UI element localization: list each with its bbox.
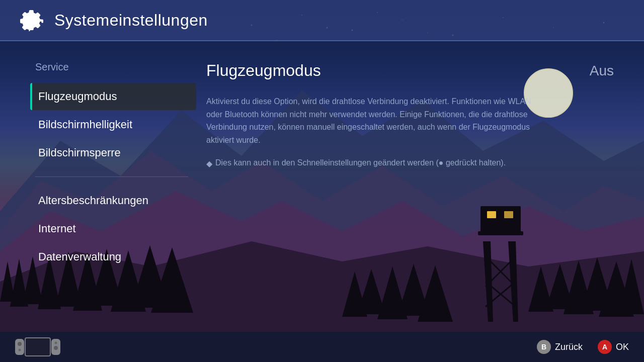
console-icon <box>15 337 60 357</box>
sidebar-item-altersbeschraenkungen[interactable]: Altersbeschränkungen <box>30 187 196 214</box>
footer-back-button[interactable]: B Zurück <box>537 340 583 354</box>
setting-title: Flugzeugmodus <box>206 61 321 80</box>
sidebar-item-label: Bildschirmhelligkeit <box>38 118 132 131</box>
footer-ok-button[interactable]: A OK <box>598 340 629 354</box>
back-label: Zurück <box>555 342 583 352</box>
svg-point-55 <box>55 342 57 344</box>
sidebar-item-internet[interactable]: Internet <box>30 215 196 242</box>
gear-icon <box>20 8 44 32</box>
sidebar-item-bildschirmsperre[interactable]: Bildschirmsperre <box>30 139 196 166</box>
page-title: Systemeinstellungen <box>54 11 208 30</box>
setting-description: Aktivierst du diese Option, wird die dra… <box>206 95 548 146</box>
setting-header: Flugzeugmodus Aus <box>206 61 614 80</box>
sidebar-item-label: Bildschirmsperre <box>38 146 121 159</box>
footer: B Zurück A OK <box>0 332 644 362</box>
section-label: Service <box>30 61 196 73</box>
header: Systemeinstellungen <box>0 0 644 41</box>
menu-divider <box>35 176 188 177</box>
sidebar-item-label: Altersbeschränkungen <box>38 194 148 207</box>
sidebar-item-label: Internet <box>38 222 76 235</box>
sidebar-item-label: Datenverwaltung <box>38 250 121 263</box>
left-panel: Service Flugzeugmodus Bildschirmhelligke… <box>0 41 196 332</box>
svg-point-54 <box>54 346 58 350</box>
diamond-icon: ◆ <box>206 157 212 170</box>
main-content: Service Flugzeugmodus Bildschirmhelligke… <box>0 41 644 332</box>
svg-rect-49 <box>15 339 24 355</box>
setting-value: Aus <box>590 63 614 79</box>
footer-buttons: B Zurück A OK <box>537 340 629 354</box>
sidebar-item-datenverwaltung[interactable]: Datenverwaltung <box>30 243 196 270</box>
svg-point-51 <box>19 349 21 351</box>
b-button: B <box>537 340 551 354</box>
svg-point-50 <box>18 342 22 346</box>
setting-note: ◆ Dies kann auch in den Schnelleinstellu… <box>206 156 614 170</box>
a-button: A <box>598 340 612 354</box>
right-panel: Flugzeugmodus Aus Aktivierst du diese Op… <box>196 41 644 332</box>
svg-rect-52 <box>25 338 50 356</box>
ok-label: OK <box>616 342 629 352</box>
sidebar-item-label: Flugzeugmodus <box>38 90 117 103</box>
setting-note-text: Dies kann auch in den Schnelleinstellung… <box>215 156 506 169</box>
sidebar-item-flugzeugmodus[interactable]: Flugzeugmodus <box>30 83 196 110</box>
switch-console-icon <box>15 337 60 357</box>
sidebar-item-bildschirmhelligkeit[interactable]: Bildschirmhelligkeit <box>30 111 196 138</box>
